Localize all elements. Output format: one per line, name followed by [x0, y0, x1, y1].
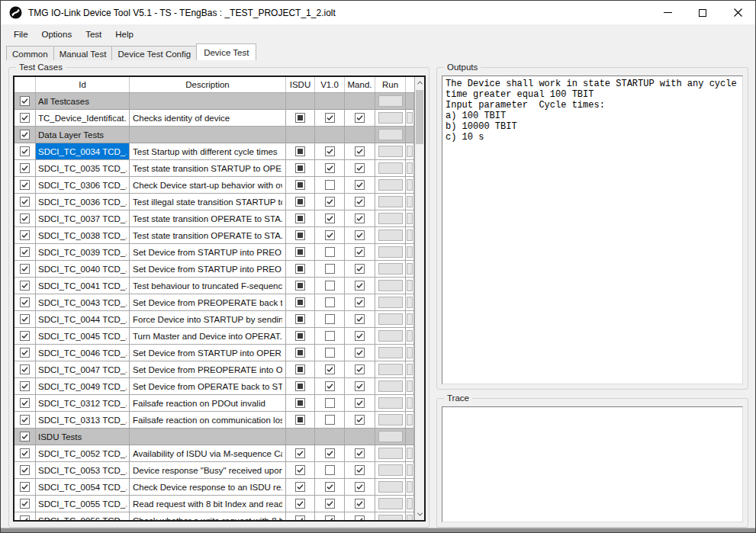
close-button[interactable] [720, 1, 755, 24]
row-select-checkbox[interactable] [20, 448, 30, 458]
run-button[interactable] [378, 112, 403, 124]
row-select-checkbox[interactable] [20, 197, 30, 207]
header-v10[interactable]: V1.0 [315, 77, 345, 92]
row-select-checkbox[interactable] [20, 130, 30, 140]
row-select-checkbox[interactable] [20, 432, 30, 441]
run-button[interactable] [378, 448, 403, 459]
row-select-checkbox[interactable] [20, 113, 30, 123]
menu-test[interactable]: Test [79, 27, 108, 42]
run-button[interactable] [378, 380, 403, 392]
row-select-checkbox[interactable] [20, 314, 30, 324]
scroll-up-button[interactable] [415, 77, 424, 88]
row-select-checkbox[interactable] [20, 398, 30, 408]
run-button[interactable] [378, 464, 403, 476]
table-row[interactable]: SDCI_TC_0053 TCD_... Device response "Bu… [14, 462, 414, 479]
table-row[interactable]: SDCI_TC_0055 TCD_... Read request with 8… [14, 496, 414, 512]
header-description[interactable]: Description [130, 77, 286, 92]
run-button[interactable] [378, 246, 403, 258]
run-button[interactable] [378, 515, 403, 520]
table-row[interactable]: SDCI_TC_0045 TCD_... Turn Master and Dev… [14, 328, 414, 345]
row-select-checkbox[interactable] [20, 163, 30, 173]
run-button[interactable] [378, 313, 403, 325]
run-button[interactable] [378, 498, 403, 509]
trace-text[interactable] [442, 406, 743, 522]
row-select-checkbox[interactable] [20, 230, 30, 240]
run-button[interactable] [378, 330, 403, 342]
tab-device-test[interactable]: Device Test [196, 43, 256, 60]
run-button[interactable] [378, 146, 403, 157]
menu-help[interactable]: Help [108, 27, 140, 42]
table-row[interactable]: SDCI_TC_0312 TCD_... Failsafe reaction o… [14, 395, 414, 412]
row-select-checkbox[interactable] [20, 465, 30, 475]
run-button[interactable] [378, 481, 403, 493]
maximize-button[interactable] [685, 1, 720, 24]
row-select-checkbox[interactable] [20, 482, 30, 492]
table-row[interactable]: SDCI_TC_0035 TCD_... Test state transiti… [14, 160, 414, 177]
run-button[interactable] [378, 196, 403, 207]
run-button[interactable] [378, 179, 403, 191]
table-row[interactable]: SDCI_TC_0054 TCD_... Check Device respon… [14, 479, 414, 496]
table-row[interactable]: SDCI_TC_0034 TCD_... Test Startup with d… [14, 143, 414, 160]
table-row[interactable]: SDCI_TC_0038 TCD_... Test state transiti… [14, 227, 414, 244]
row-select-checkbox[interactable] [20, 364, 30, 374]
row-select-checkbox[interactable] [20, 348, 30, 358]
run-button[interactable] [378, 431, 403, 442]
minimize-button[interactable] [650, 1, 685, 24]
table-row[interactable]: SDCI_TC_0040 TCD_... Set Device from STA… [14, 261, 414, 278]
table-row[interactable]: SDCI_TC_0037 TCD_... Test state transiti… [14, 210, 414, 227]
run-button[interactable] [378, 414, 403, 425]
menu-options[interactable]: Options [35, 27, 79, 42]
menu-file[interactable]: File [7, 27, 35, 42]
tab-common[interactable]: Common [6, 46, 54, 60]
run-button[interactable] [378, 95, 403, 107]
row-select-checkbox[interactable] [20, 499, 30, 509]
table-row[interactable]: SDCI_TC_0046 TCD_... Set Device from STA… [14, 345, 414, 361]
row-select-checkbox[interactable] [20, 247, 30, 257]
row-select-checkbox[interactable] [20, 331, 30, 341]
outputs-text[interactable]: The Device shall work in state STARTUP w… [442, 75, 743, 384]
table-row[interactable]: SDCI_TC_0036 TCD_... Test illegal state … [14, 194, 414, 210]
row-select-checkbox[interactable] [20, 381, 30, 391]
row-select-checkbox[interactable] [20, 415, 30, 425]
table-row[interactable]: SDCI_TC_0049 TCD_... Set Device from OPE… [14, 378, 414, 395]
row-select-checkbox[interactable] [20, 180, 30, 190]
run-button[interactable] [378, 129, 403, 140]
tab-device-test-config[interactable]: Device Test Config [111, 46, 197, 60]
table-row[interactable]: SDCI_TC_0041 TCD_... Test behaviour to t… [14, 278, 414, 294]
scroll-down-button[interactable] [415, 509, 424, 520]
table-row[interactable]: SDCI_TC_0306 TCD_... Check Device start-… [14, 177, 414, 194]
table-scrollbar[interactable] [414, 77, 424, 520]
table-row[interactable]: All Testcases [14, 93, 414, 110]
table-row[interactable]: ISDU Tests [14, 429, 414, 445]
header-mand[interactable]: Mand. [345, 77, 375, 92]
row-select-checkbox[interactable] [20, 96, 30, 106]
table-row[interactable]: SDCI_TC_0043 TCD_... Set Device from PRE… [14, 294, 414, 311]
run-button[interactable] [378, 230, 403, 241]
run-button[interactable] [378, 213, 403, 224]
row-select-checkbox[interactable] [20, 146, 30, 156]
row-select-checkbox[interactable] [20, 515, 30, 520]
table-row[interactable]: SDCI_TC_0052 TCD_... Availability of ISD… [14, 445, 414, 462]
row-select-checkbox[interactable] [20, 214, 30, 223]
run-button[interactable] [378, 364, 403, 375]
tab-manual-test[interactable]: Manual Test [53, 46, 113, 60]
run-button[interactable] [378, 263, 403, 275]
run-button[interactable] [378, 280, 403, 291]
row-select-checkbox[interactable] [20, 281, 30, 291]
run-button[interactable] [378, 297, 403, 308]
header-isdu[interactable]: ISDU [286, 77, 315, 92]
header-id[interactable]: Id [36, 77, 130, 92]
header-run[interactable]: Run [375, 77, 406, 92]
table-row[interactable]: TC_Device_Identificat... Checks identity… [14, 110, 414, 127]
row-select-checkbox[interactable] [20, 264, 30, 274]
run-button[interactable] [378, 347, 403, 358]
scrollbar-thumb[interactable] [416, 90, 423, 144]
run-button[interactable] [378, 162, 403, 174]
table-row[interactable]: SDCI_TC_0044 TCD_... Force Device into S… [14, 311, 414, 328]
table-row[interactable]: SDCI_TC_0313 TCD_... Failsafe reaction o… [14, 412, 414, 429]
table-row[interactable]: SDCI_TC_0039 TCD_... Set Device from STA… [14, 244, 414, 261]
table-row[interactable]: SDCI_TC_0056 TCD_... Check whether a wri… [14, 512, 414, 520]
table-row[interactable]: Data Layer Tests [14, 127, 414, 143]
row-select-checkbox[interactable] [20, 297, 30, 307]
table-row[interactable]: SDCI_TC_0047 TCD_... Set Device from PRE… [14, 361, 414, 378]
